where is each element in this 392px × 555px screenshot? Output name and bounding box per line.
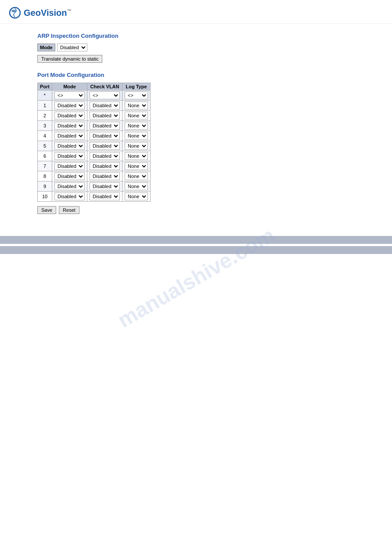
check-vlan-select-5[interactable]: DisabledEnabled [90,142,120,150]
mode-select-7[interactable]: DisabledEnabled [54,162,85,170]
filter-log-type-select[interactable]: <> None Deny All [125,91,148,99]
cell-log-type-2: NoneDenyAll [122,111,151,121]
check-vlan-select-3[interactable]: DisabledEnabled [90,122,120,130]
cell-mode-4: DisabledEnabled [52,131,87,141]
table-row: 3DisabledEnabledDisabledEnabledNoneDenyA… [38,121,151,131]
filter-mode-select[interactable]: <> Disabled Enabled [54,91,85,99]
mode-select-2[interactable]: DisabledEnabled [54,112,85,120]
table-header-row: Port Mode Check VLAN Log Type [38,83,151,91]
check-vlan-select-6[interactable]: DisabledEnabled [90,152,120,160]
svg-point-1 [11,10,16,12]
header: GeoVision™ [0,0,392,24]
port-section-title: Port Mode Configuration [37,72,383,78]
logo-area: GeoVision™ [9,7,383,19]
mode-select-9[interactable]: DisabledEnabled [54,182,85,190]
cell-check-vlan-7: DisabledEnabled [87,161,122,171]
arp-inspection-section: ARP Inspection Configuration Mode Disabl… [37,33,383,63]
log-type-select-5[interactable]: NoneDenyAll [125,142,148,150]
cell-port-1: 1 [38,101,52,111]
col-log-type: Log Type [122,83,151,91]
main-content: ARP Inspection Configuration Mode Disabl… [0,24,392,232]
translate-dynamic-button[interactable]: Translate dynamic to static [37,55,102,63]
check-vlan-select-8[interactable]: DisabledEnabled [90,172,120,180]
logo-text: GeoVision™ [24,8,72,18]
arp-section-title: ARP Inspection Configuration [37,33,383,39]
cell-port-9: 9 [38,181,52,192]
mode-select-3[interactable]: DisabledEnabled [54,122,85,130]
cell-mode-10: DisabledEnabled [52,192,87,202]
check-vlan-select-4[interactable]: DisabledEnabled [90,132,120,140]
log-type-select-1[interactable]: NoneDenyAll [125,102,148,109]
table-row: 7DisabledEnabledDisabledEnabledNoneDenyA… [38,161,151,171]
mode-select[interactable]: Disabled Enabled [57,44,87,51]
check-vlan-select-7[interactable]: DisabledEnabled [90,162,120,170]
log-type-select-6[interactable]: NoneDenyAll [125,152,148,160]
footer-bar-1 [0,236,392,244]
cell-log-type-10: NoneDenyAll [122,192,151,202]
cell-mode-3: DisabledEnabled [52,121,87,131]
cell-mode-6: DisabledEnabled [52,151,87,161]
log-type-select-2[interactable]: NoneDenyAll [125,112,148,120]
table-row: 5DisabledEnabledDisabledEnabledNoneDenyA… [38,141,151,151]
filter-mode: <> Disabled Enabled [52,91,87,101]
cell-mode-1: DisabledEnabled [52,101,87,111]
cell-mode-5: DisabledEnabled [52,141,87,151]
mode-select-5[interactable]: DisabledEnabled [54,142,85,150]
cell-port-7: 7 [38,161,52,171]
log-type-select-8[interactable]: NoneDenyAll [125,172,148,180]
mode-select-1[interactable]: DisabledEnabled [54,102,85,109]
mode-select-6[interactable]: DisabledEnabled [54,152,85,160]
check-vlan-select-2[interactable]: DisabledEnabled [90,112,120,120]
translate-btn-container: Translate dynamic to static [37,55,383,63]
geovision-logo-icon [9,7,21,19]
log-type-select-10[interactable]: NoneDenyAll [125,192,148,200]
table-row: 1DisabledEnabledDisabledEnabledNoneDenyA… [38,101,151,111]
col-port: Port [38,83,52,91]
log-type-select-9[interactable]: NoneDenyAll [125,182,148,190]
mode-select-10[interactable]: DisabledEnabled [54,192,85,200]
cell-check-vlan-5: DisabledEnabled [87,141,122,151]
cell-mode-9: DisabledEnabled [52,181,87,192]
table-row: 2DisabledEnabledDisabledEnabledNoneDenyA… [38,111,151,121]
check-vlan-select-10[interactable]: DisabledEnabled [90,192,120,200]
table-row: 10DisabledEnabledDisabledEnabledNoneDeny… [38,192,151,202]
cell-port-6: 6 [38,151,52,161]
filter-port: * [38,91,52,101]
filter-check-vlan: <> Disabled Enabled [87,91,122,101]
cell-port-10: 10 [38,192,52,202]
mode-row: Mode Disabled Enabled [37,44,383,51]
port-mode-section: Port Mode Configuration Port Mode Check … [37,72,383,214]
col-check-vlan: Check VLAN [87,83,122,91]
reset-button[interactable]: Reset [59,206,79,214]
log-type-select-7[interactable]: NoneDenyAll [125,162,148,170]
table-row: 9DisabledEnabledDisabledEnabledNoneDenyA… [38,181,151,192]
cell-log-type-3: NoneDenyAll [122,121,151,131]
cell-port-8: 8 [38,171,52,181]
check-vlan-select-9[interactable]: DisabledEnabled [90,182,120,190]
log-type-select-3[interactable]: NoneDenyAll [125,122,148,130]
check-vlan-select-1[interactable]: DisabledEnabled [90,102,120,109]
cell-log-type-1: NoneDenyAll [122,101,151,111]
mode-select-4[interactable]: DisabledEnabled [54,132,85,140]
cell-check-vlan-9: DisabledEnabled [87,181,122,192]
table-row: 4DisabledEnabledDisabledEnabledNoneDenyA… [38,131,151,141]
port-mode-table: Port Mode Check VLAN Log Type * <> Disab… [37,83,151,202]
cell-check-vlan-3: DisabledEnabled [87,121,122,131]
cell-port-4: 4 [38,131,52,141]
cell-check-vlan-6: DisabledEnabled [87,151,122,161]
log-type-select-4[interactable]: NoneDenyAll [125,132,148,140]
filter-row: * <> Disabled Enabled <> Disabled Enable… [38,91,151,101]
mode-label: Mode [37,44,55,51]
cell-log-type-7: NoneDenyAll [122,161,151,171]
mode-select-8[interactable]: DisabledEnabled [54,172,85,180]
table-row: 8DisabledEnabledDisabledEnabledNoneDenyA… [38,171,151,181]
cell-port-3: 3 [38,121,52,131]
cell-mode-7: DisabledEnabled [52,161,87,171]
cell-check-vlan-2: DisabledEnabled [87,111,122,121]
filter-check-vlan-select[interactable]: <> Disabled Enabled [90,91,120,99]
action-row: Save Reset [37,206,383,214]
table-row: 6DisabledEnabledDisabledEnabledNoneDenyA… [38,151,151,161]
cell-mode-2: DisabledEnabled [52,111,87,121]
save-button[interactable]: Save [37,206,56,214]
cell-log-type-5: NoneDenyAll [122,141,151,151]
